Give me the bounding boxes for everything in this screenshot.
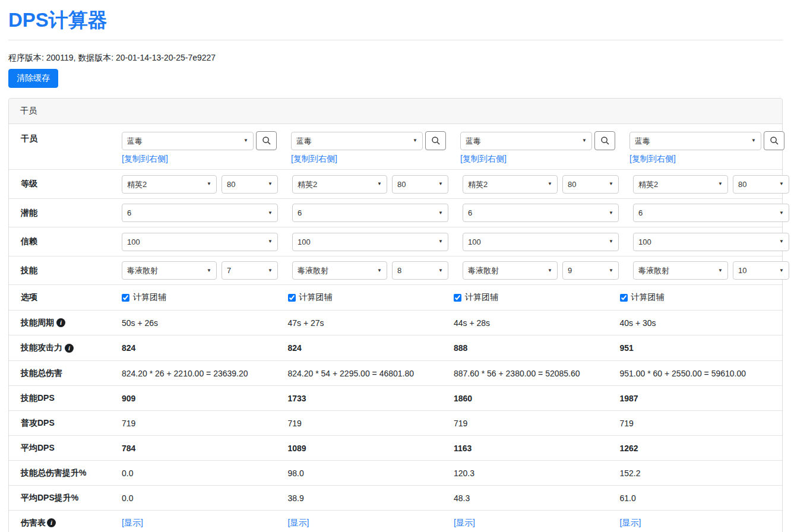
copy-to-right-link-3[interactable]: [复制到右侧] [460, 154, 507, 164]
trust-select-3[interactable]: 100 ▼ [463, 233, 619, 251]
level-select-3[interactable]: 80 ▼ [562, 175, 619, 194]
options-cell-3: 计算团辅 [450, 285, 616, 310]
options-cell-2: 计算团辅 [284, 285, 451, 310]
row-label-options: 选项 [9, 285, 118, 310]
skill-dps-value: 1860 [450, 386, 616, 410]
row-label-normal-dps: 普攻DPS [9, 411, 118, 435]
skill-cell-1: 毒液散射 ▼ 7 ▼ [118, 256, 289, 284]
row-skill-total-damage: 技能总伤害 824.20 * 26 + 2210.00 = 23639.20 8… [9, 360, 782, 385]
skill-level-select-4[interactable]: 10 ▼ [733, 261, 789, 280]
level-cell-2: 精英2 ▼ 80 ▼ [289, 170, 459, 198]
skill-select-3[interactable]: 毒液散射 ▼ [463, 261, 558, 280]
skill-total-damage-value: 951.00 * 60 + 2550.00 = 59610.00 [616, 361, 783, 385]
page-title: DPS计算器 [8, 7, 783, 34]
avg-dps-value: 784 [118, 436, 284, 460]
operator-search-button-1[interactable] [256, 131, 277, 150]
potential-select-4[interactable]: 6 ▼ [633, 204, 789, 222]
team-buff-checkbox-3[interactable] [454, 294, 461, 302]
operator-cell-2: 蓝毒 ▼ [复制到右侧] [287, 124, 457, 169]
operator-panel: 干员 干员 蓝毒 ▼ [复制到右侧] 蓝毒 [8, 98, 783, 532]
trust-select-2[interactable]: 100 ▼ [292, 233, 448, 251]
skill-total-up-value: 152.2 [616, 461, 783, 485]
operator-select-3[interactable]: 蓝毒 ▼ [460, 132, 592, 150]
skill-level-select-2[interactable]: 8 ▼ [392, 261, 448, 280]
potential-select-1[interactable]: 6 ▼ [122, 204, 278, 222]
team-buff-label: 计算团辅 [465, 292, 498, 303]
copy-to-right-link-4[interactable]: [复制到右侧] [629, 154, 676, 164]
info-icon[interactable]: i [65, 344, 74, 353]
team-buff-label: 计算团辅 [133, 292, 166, 303]
info-icon[interactable]: i [56, 318, 65, 327]
info-icon[interactable]: i [47, 518, 56, 527]
avg-dps-up-value: 48.3 [450, 486, 616, 510]
trust-select-1[interactable]: 100 ▼ [122, 233, 278, 251]
elite-select-1[interactable]: 精英2 ▼ [122, 175, 217, 194]
copy-to-right-link-1[interactable]: [复制到右侧] [122, 154, 168, 164]
skill-select-1[interactable]: 毒液散射 ▼ [122, 261, 217, 280]
row-label-potential: 潜能 [9, 199, 118, 227]
skill-cycle-value: 44s + 28s [450, 311, 616, 335]
level-select-4[interactable]: 80 ▼ [733, 175, 789, 194]
row-label-level: 等级 [9, 170, 118, 198]
normal-dps-value: 719 [616, 411, 783, 435]
trust-cell-3: 100 ▼ [459, 227, 629, 256]
skill-select-4[interactable]: 毒液散射 ▼ [633, 261, 728, 280]
trust-cell-4: 100 ▼ [629, 227, 791, 256]
row-label-skill: 技能 [9, 256, 118, 284]
skill-level-select-3[interactable]: 9 ▼ [562, 261, 619, 280]
damage-table-show-link-4[interactable]: [显示] [620, 518, 641, 528]
team-buff-checkbox-2[interactable] [288, 294, 296, 302]
row-label-skill-dps: 技能DPS [9, 386, 118, 410]
avg-dps-value: 1163 [450, 436, 616, 460]
elite-select-3[interactable]: 精英2 ▼ [463, 175, 558, 194]
row-skill-atk: 技能攻击力i 824 824 888 951 [9, 335, 782, 360]
avg-dps-up-value: 61.0 [616, 486, 783, 510]
team-buff-checkbox-4[interactable] [620, 294, 628, 302]
team-buff-checkbox-1[interactable] [122, 294, 129, 302]
row-label-skill-atk: 技能攻击力 [21, 343, 62, 353]
level-select-2[interactable]: 80 ▼ [392, 175, 448, 194]
operator-search-button-3[interactable] [594, 131, 615, 150]
damage-table-show-link-1[interactable]: [显示] [122, 518, 143, 528]
normal-dps-value: 719 [118, 411, 284, 435]
row-label-operator: 干员 [9, 124, 118, 169]
operator-cell-3: 蓝毒 ▼ [复制到右侧] [457, 124, 626, 169]
potential-select-3[interactable]: 6 ▼ [463, 204, 619, 222]
operator-select-4[interactable]: 蓝毒 ▼ [629, 132, 761, 150]
potential-cell-4: 6 ▼ [629, 199, 791, 227]
row-potential: 潜能 6 ▼ 6 ▼ 6 ▼ 6 ▼ [9, 198, 782, 227]
operator-select-1[interactable]: 蓝毒 ▼ [122, 132, 254, 150]
skill-total-damage-value: 887.60 * 56 + 2380.00 = 52085.60 [450, 361, 616, 385]
search-icon [770, 136, 779, 145]
operator-search-button-4[interactable] [764, 131, 784, 150]
skill-cycle-value: 50s + 26s [118, 311, 284, 335]
skill-cycle-value: 40s + 30s [616, 311, 783, 335]
row-skill-cycle: 技能周期i 50s + 26s 47s + 27s 44s + 28s 40s … [9, 310, 782, 335]
row-label-avg-dps: 平均DPS [9, 436, 118, 460]
skill-atk-value: 824 [284, 335, 451, 360]
avg-dps-value: 1262 [616, 436, 783, 460]
search-icon [431, 136, 441, 145]
skill-dps-value: 1733 [284, 386, 451, 410]
row-label-trust: 信赖 [9, 227, 118, 256]
skill-cell-4: 毒液散射 ▼ 10 ▼ [629, 256, 791, 284]
row-label-skill-total-damage: 技能总伤害 [9, 361, 118, 385]
operator-select-2[interactable]: 蓝毒 ▼ [291, 132, 423, 150]
skill-level-select-1[interactable]: 7 ▼ [222, 261, 278, 280]
level-cell-4: 精英2 ▼ 80 ▼ [629, 170, 791, 198]
damage-table-show-link-3[interactable]: [显示] [454, 518, 475, 528]
potential-cell-1: 6 ▼ [118, 199, 289, 227]
elite-select-2[interactable]: 精英2 ▼ [292, 175, 387, 194]
damage-table-show-link-2[interactable]: [显示] [288, 518, 309, 528]
avg-dps-value: 1089 [284, 436, 451, 460]
copy-to-right-link-2[interactable]: [复制到右侧] [291, 154, 337, 164]
level-select-1[interactable]: 80 ▼ [222, 175, 278, 194]
operator-cell-4: 蓝毒 ▼ [复制到右侧] [626, 124, 791, 169]
operator-search-button-2[interactable] [425, 131, 446, 150]
row-trust: 信赖 100 ▼ 100 ▼ 100 ▼ 100 ▼ [9, 227, 782, 256]
potential-select-2[interactable]: 6 ▼ [292, 204, 448, 222]
clear-cache-button[interactable]: 清除缓存 [8, 69, 58, 88]
trust-select-4[interactable]: 100 ▼ [633, 233, 789, 251]
skill-select-2[interactable]: 毒液散射 ▼ [292, 261, 387, 280]
elite-select-4[interactable]: 精英2 ▼ [633, 175, 728, 194]
